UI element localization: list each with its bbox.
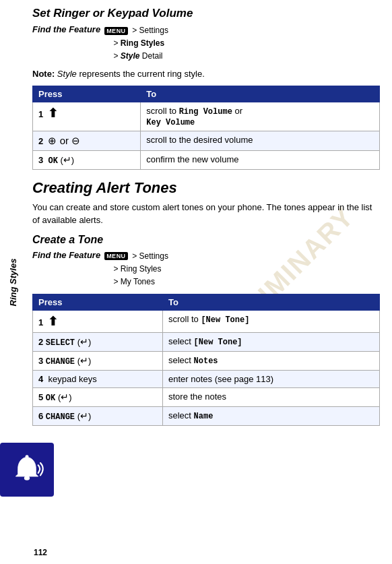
table-1-header-press: Press: [33, 86, 141, 102]
table-row: 1 ⬆ scroll to Ring Volume orKey Volume: [33, 102, 380, 131]
path-ring-styles-1: > Ring Styles: [104, 38, 164, 48]
note-italic-text: Style: [57, 69, 77, 79]
table-2-row6-to: select Name: [162, 407, 379, 426]
note-line: Note: Style represents the current ring …: [32, 69, 380, 79]
table-2-row3-press: 3 CHANGE (↵): [33, 352, 163, 371]
table-row: 2 ⊕ or ⊖ scroll to the desired volume: [33, 131, 380, 150]
find-feature-2: Find the Feature MENU > Settings > Ring …: [32, 250, 380, 289]
find-feature-path-1: MENU > Settings > Ring Styles > Style De…: [104, 24, 168, 63]
subsection-title: Create a Tone: [32, 234, 380, 246]
table-1-row2-press: 2 ⊕ or ⊖: [33, 131, 141, 150]
table-row: 5 OK (↵) store the notes: [33, 388, 380, 407]
path-settings-1: > Settings: [132, 26, 168, 35]
table-2-row5-press: 5 OK (↵): [33, 388, 163, 407]
section1-title: Set Ringer or Keypad Volume: [32, 7, 380, 20]
table-2-header-row: Press To: [33, 294, 380, 311]
find-feature-path-2: MENU > Settings > Ring Styles > My Tones: [104, 250, 168, 289]
table-2-row2-press: 2 SELECT (↵): [33, 333, 163, 352]
table-2-row5-to: store the notes: [162, 388, 379, 407]
path-style-detail-1: > Style Detail: [104, 51, 162, 61]
table-2-row2-to: select [New Tone]: [162, 333, 379, 352]
table-row: 1 ⬆ scroll to [New Tone]: [33, 311, 380, 333]
table-1-header-to: To: [141, 86, 380, 102]
table-row: 2 SELECT (↵) select [New Tone]: [33, 333, 380, 352]
table-1-row3-press: 3 OK (↵): [33, 150, 141, 169]
table-1-row1-to: scroll to Ring Volume orKey Volume: [141, 102, 380, 131]
find-feature-label-1: Find the Feature: [32, 24, 100, 34]
table-2: Press To 1 ⬆ scroll to [New Tone] 2 SELE…: [32, 294, 380, 426]
section2-title: Creating Alert Tones: [32, 179, 380, 197]
path-settings-2: > Settings: [132, 251, 168, 261]
main-content: Set Ringer or Keypad Volume Find the Fea…: [26, 0, 392, 564]
path-ring-styles-2: > Ring Styles: [104, 264, 161, 274]
section2-body: You can create and store custom alert to…: [32, 201, 380, 227]
table-2-row4-press: 4 keypad keys: [33, 371, 163, 388]
table-1-row2-to: scroll to the desired volume: [141, 131, 380, 150]
menu-icon-2: MENU: [104, 252, 128, 260]
table-1: Press To 1 ⬆ scroll to Ring Volume orKey…: [32, 86, 380, 170]
path-my-tones: > My Tones: [104, 277, 155, 286]
table-1-header-row: Press To: [33, 86, 380, 102]
table-2-row4-to: enter notes (see page 113): [162, 371, 379, 388]
table-2-row1-press: 1 ⬆: [33, 311, 163, 333]
table-row: 3 OK (↵) confirm the new volume: [33, 150, 380, 169]
note-text: represents the current ring style.: [79, 69, 204, 79]
table-row: 3 CHANGE (↵) select Notes: [33, 352, 380, 371]
table-row: 4 keypad keys enter notes (see page 113): [33, 371, 380, 388]
table-1-row1-press: 1 ⬆: [33, 102, 141, 131]
table-row: 6 CHANGE (↵) select Name: [33, 407, 380, 426]
find-feature-1: Find the Feature MENU > Settings > Ring …: [32, 24, 380, 63]
page-container: PRELIMINARY Ring Styles 112 Set Ringer o…: [0, 0, 392, 564]
table-2-row6-press: 6 CHANGE (↵): [33, 407, 163, 426]
table-2-row3-to: select Notes: [162, 352, 379, 371]
table-2-row1-to: scroll to [New Tone]: [162, 311, 379, 333]
table-2-header-press: Press: [33, 294, 163, 311]
table-2-header-to: To: [162, 294, 379, 311]
note-prefix: Note:: [32, 69, 55, 79]
menu-icon-1: MENU: [104, 27, 128, 35]
sidebar-label: Ring Styles: [8, 258, 18, 306]
table-1-row3-to: confirm the new volume: [141, 150, 380, 169]
find-feature-label-2: Find the Feature: [32, 250, 100, 260]
